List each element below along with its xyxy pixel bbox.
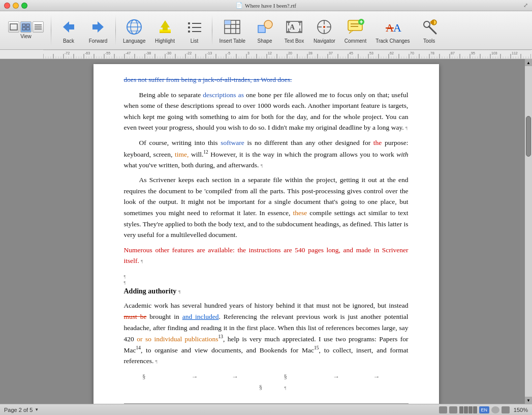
language-button[interactable]: Language — [119, 15, 150, 46]
link-descriptions[interactable]: descriptions as — [203, 91, 244, 99]
flag-text: EN — [481, 407, 488, 412]
language-label: Language — [123, 38, 146, 44]
comment-icon — [346, 17, 366, 37]
svg-text:103: 103 — [491, 51, 497, 55]
minimize-button[interactable] — [13, 3, 19, 9]
main-area[interactable]: does not suffer from being a jack-of-all… — [0, 59, 532, 404]
highlight-button[interactable]: Highlight — [151, 15, 179, 46]
language-icon — [124, 17, 144, 37]
list-button[interactable]: List — [180, 15, 209, 46]
text-box-label: Text Box — [285, 38, 304, 44]
svg-rect-1 — [22, 24, 25, 26]
statusbar: Page 2 of 5 ▼ EN 150% — [0, 404, 532, 415]
svg-marker-49 — [349, 31, 353, 34]
svg-rect-20 — [188, 26, 190, 28]
sep2 — [115, 15, 116, 46]
svg-rect-0 — [10, 24, 17, 30]
svg-rect-17 — [160, 32, 171, 33]
status-icons-group — [459, 406, 477, 413]
pilcrow2: ¶ — [261, 163, 263, 168]
highlight-icon — [155, 17, 175, 37]
svg-text:-30: -30 — [166, 51, 171, 55]
scrollbar[interactable]: ▲ ▼ — [525, 59, 532, 404]
svg-text:-63: -63 — [85, 51, 90, 55]
window-title: Where have I been?.rtf — [245, 3, 296, 9]
text-box-button[interactable]: A Text Box — [280, 15, 308, 46]
text-must-be: must be — [124, 313, 147, 320]
window-controls — [4, 3, 27, 9]
sep1 — [51, 15, 51, 46]
svg-text:45: 45 — [349, 51, 353, 55]
navigator-icon — [314, 17, 334, 37]
svg-text:-5: -5 — [227, 51, 230, 55]
svg-marker-8 — [63, 21, 74, 33]
ruler-svg: -72-63-55-47-38-30-22-13-531220283745536… — [43, 50, 531, 59]
close-button[interactable] — [4, 3, 10, 9]
page-triangle: ▼ — [35, 407, 39, 412]
scroll-down[interactable]: ▼ — [525, 397, 532, 404]
shape-icon — [255, 17, 275, 37]
forward-icon — [88, 17, 108, 37]
comment-label: Comment — [345, 38, 366, 44]
link-the[interactable]: the — [373, 139, 382, 146]
svg-text:53: 53 — [369, 51, 373, 55]
shape-button[interactable]: Shape — [251, 15, 279, 46]
back-icon — [58, 17, 79, 37]
status-circle — [491, 406, 499, 413]
scroll-thumb[interactable] — [526, 116, 531, 157]
comment-button[interactable]: Comment — [340, 15, 370, 46]
svg-text:A: A — [290, 23, 295, 31]
text-time: time, — [175, 150, 189, 158]
document-icon: 📄 — [236, 2, 243, 9]
scroll-track — [525, 66, 532, 397]
tools-button[interactable]: Tools — [415, 15, 444, 46]
scroll-up[interactable]: ▲ — [525, 59, 532, 66]
navigator-label: Navigator — [314, 38, 335, 44]
status-left: Page 2 of 5 ▼ — [4, 407, 39, 413]
svg-point-43 — [323, 26, 325, 28]
forward-button[interactable]: Forward — [84, 15, 112, 46]
para-software: Of course, writing into this software is… — [124, 137, 409, 170]
back-label: Back — [63, 38, 74, 44]
svg-rect-4 — [26, 27, 29, 30]
page-info: Page 2 of 5 — [4, 407, 33, 413]
svg-marker-16 — [161, 20, 170, 31]
flag-icon: EN — [479, 406, 489, 413]
svg-rect-22 — [188, 31, 190, 33]
view-grid-btn[interactable] — [20, 21, 32, 33]
view-list-btn[interactable] — [33, 21, 44, 33]
zoom-level: 150% — [514, 407, 528, 413]
track-changes-button[interactable]: A A Track Changes — [371, 15, 414, 46]
insert-table-button[interactable]: Insert Table — [215, 15, 250, 46]
pilcrow5: ¶ — [155, 359, 158, 364]
svg-rect-29 — [225, 20, 231, 24]
status-icon-3a — [459, 406, 463, 413]
shape-label: Shape — [258, 38, 272, 44]
text-with: with — [396, 150, 408, 158]
track-changes-icon: A A — [383, 17, 403, 37]
forward-label: Forward — [89, 38, 108, 44]
resize-icon[interactable]: ⤢ — [523, 2, 528, 9]
svg-text:3: 3 — [247, 51, 249, 55]
ruler: -72-63-55-47-38-30-22-13-531220283745536… — [0, 50, 532, 59]
svg-text:62: 62 — [390, 51, 394, 55]
view-single-btn[interactable] — [8, 21, 19, 33]
view-buttons — [8, 21, 44, 33]
maximize-button[interactable] — [21, 3, 27, 9]
pilcrow4: ¶ — [178, 289, 181, 294]
sep3 — [212, 15, 212, 46]
section-marks: § → → § → → § ¶ — [124, 372, 409, 393]
tools-label: Tools — [423, 38, 435, 44]
svg-text:112: 112 — [512, 51, 518, 55]
fn-ref-13: 13 — [218, 334, 223, 339]
link-software[interactable]: software — [221, 139, 244, 146]
svg-rect-3 — [22, 27, 25, 30]
status-right: EN 150% — [439, 406, 528, 413]
insert-table-icon — [222, 17, 242, 37]
navigator-button[interactable]: Navigator — [309, 15, 339, 46]
svg-rect-30 — [258, 25, 265, 33]
status-icon-3b — [464, 406, 468, 413]
status-icon-3d — [473, 406, 477, 413]
svg-text:-55: -55 — [105, 51, 110, 55]
back-button[interactable]: Back — [54, 15, 83, 46]
